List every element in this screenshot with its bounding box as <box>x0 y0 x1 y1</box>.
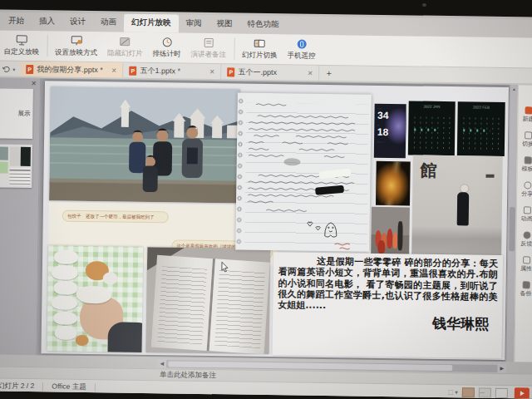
doc-tab-five-1[interactable]: P 五个1.pptx * ✕ <box>123 63 221 80</box>
status-divider <box>95 383 96 392</box>
switch-icon <box>525 131 532 139</box>
tab-special-features[interactable]: 特色功能 <box>239 16 286 35</box>
panel-close-icon[interactable]: ✕ <box>31 80 37 87</box>
new-document-tab-button[interactable]: + <box>319 68 338 78</box>
transition-icon <box>254 37 266 48</box>
tab-animation[interactable]: 动画 <box>93 13 124 32</box>
weather-footer: ····· · <box>374 139 406 144</box>
vertical-scroll-thumb[interactable] <box>509 207 515 251</box>
custom-slideshow-button[interactable]: 自定义放映 <box>0 30 44 61</box>
monitor-icon <box>15 34 27 45</box>
scroll-up-arrow[interactable]: ▲ <box>510 85 518 93</box>
monitor-bezel-dot <box>422 3 426 7</box>
calendar-highlight-row <box>412 129 440 131</box>
visitor-silhouette <box>457 192 470 225</box>
handwritten-notebook-photo[interactable] <box>235 93 372 252</box>
family-photo[interactable] <box>49 86 241 204</box>
thumbnail-title: 展示 <box>17 110 30 118</box>
author-signature: 钱华琳熙 <box>278 312 497 334</box>
sidebar-item-template[interactable]: 模板 <box>522 156 532 173</box>
quick-access: ▾ <box>0 61 20 76</box>
open-book <box>151 255 270 354</box>
close-tab-icon[interactable]: ✕ <box>303 69 313 76</box>
sidebar-item-backup[interactable]: 备份 <box>520 281 531 298</box>
slide-transition-button[interactable]: 幻灯片切换 <box>237 33 283 64</box>
sidebar-item-switch[interactable]: 切换 <box>522 131 532 148</box>
sidebar-item-animation[interactable]: 动画 <box>521 206 532 223</box>
calendar-grid <box>461 116 501 150</box>
cartoon-decoration <box>76 334 89 346</box>
tab-home[interactable]: 开始 <box>1 12 32 32</box>
tab-design[interactable]: 设计 <box>62 13 93 32</box>
doc-tab-label: 五个一.pptx <box>238 66 277 78</box>
animation-icon <box>523 206 530 214</box>
phone-remote-button[interactable]: 手机遥控 <box>282 34 320 65</box>
tab-insert[interactable]: 插入 <box>32 12 62 32</box>
undo-dropdown-caret[interactable]: ▾ <box>12 66 15 71</box>
speech-bubble-dumpling: 包饺子，还放了一个硬币，最后被我吃到了 <box>62 209 169 224</box>
status-divider <box>42 382 43 391</box>
sidebar-item-feedback[interactable]: 反馈 <box>520 231 532 248</box>
feedback-icon <box>523 231 530 239</box>
app-window: 开始 插入 设计 动画 幻灯片放映 审阅 视图 特色功能 自定义放映 设置放映方… <box>0 9 532 398</box>
scroll-left-arrow[interactable]: ◀ <box>157 359 166 368</box>
pen-tool-icon[interactable]: ⬚ ▾ <box>448 389 458 396</box>
hidden-slide-icon <box>119 36 131 47</box>
presentation-file-icon: P <box>227 67 234 76</box>
monitor-gear-icon <box>70 35 82 46</box>
slide-2[interactable]: 包饺子，还放了一个硬币，最后被我吃到了 这个是寒假最喜欢的《绿绿的细节》真的很好… <box>41 81 509 360</box>
setup-slideshow-button[interactable]: 设置放映方式 <box>50 31 102 62</box>
sidebar-item-properties[interactable]: 属性 <box>520 256 532 273</box>
sleeve <box>107 323 143 352</box>
share-paragraph: 这是假期一些零零碎 碎的部分的分享：每天看两篇英语小短文，背背单词，重温很喜欢的… <box>278 255 498 314</box>
doc-tab-holiday-share[interactable]: P 我的假期分享.pptx * ✕ <box>20 62 123 78</box>
close-tab-icon[interactable]: ✕ <box>204 67 215 75</box>
slide-indicator: 幻灯片 2 / 2 <box>0 381 34 392</box>
weather-low: 18 <box>374 126 406 137</box>
doc-tab-label: 我的假期分享.pptx * <box>37 64 103 76</box>
sidebar-item-new[interactable]: 新建 <box>522 106 532 123</box>
undo-icon[interactable] <box>2 65 10 72</box>
button-label: 手机遥控 <box>287 51 315 61</box>
presenter-notes-button[interactable]: 演讲者备注 <box>185 33 231 64</box>
button-label: 幻灯片切换 <box>242 50 278 61</box>
right-collage[interactable]: ···· 34 ·· 18 ····· · 2022 JAN 2022 FEB <box>371 94 505 259</box>
share-text-box[interactable]: 这是假期一些零零碎 碎的部分的分享：每天看两篇英语小短文，背背单词，重温很喜欢的… <box>272 252 503 358</box>
thumb-green-block <box>0 161 8 174</box>
new-icon <box>525 106 532 114</box>
tab-slideshow[interactable]: 幻灯片放映 <box>124 14 179 33</box>
slide-thumbnail-1[interactable]: 展示 <box>0 88 33 139</box>
ribbon-divider <box>234 37 234 59</box>
slide-canvas[interactable]: 包饺子，还放了一个硬币，最后被我吃到了 这个是寒假最喜欢的《绿绿的细节》真的很好… <box>37 78 510 362</box>
scroll-right-arrow[interactable]: ▶ <box>497 364 506 373</box>
share-icon <box>524 181 531 189</box>
close-tab-icon[interactable]: ✕ <box>106 66 117 74</box>
sidebar-label: 动画 <box>521 214 532 223</box>
slide-sorter-view-button[interactable] <box>479 387 491 397</box>
thumb-dark-block <box>21 147 31 166</box>
right-sidebar: 新建 切换 模板 分享 动画 反馈 属性 备份 <box>514 85 532 362</box>
calendar-screenshot-jan: 2022 JAN <box>408 101 456 155</box>
normal-view-button[interactable] <box>462 387 475 397</box>
sidebar-item-share[interactable]: 分享 <box>521 181 532 198</box>
hide-slide-button[interactable]: 隐藏幻灯片 <box>102 32 148 62</box>
golden-light-photo <box>376 160 411 205</box>
tab-review[interactable]: 审阅 <box>178 15 209 34</box>
slide-thumbnail-2[interactable] <box>0 144 32 188</box>
play-slideshow-button[interactable] <box>515 387 530 399</box>
sidebar-label: 备份 <box>520 289 531 298</box>
weather-high: 34 <box>374 110 406 121</box>
doc-tab-five-yi[interactable]: P 五个一.pptx ✕ <box>221 64 319 81</box>
weather-widget-photo: ···· 34 ·· 18 ····· · <box>373 103 406 157</box>
sidebar-label: 属性 <box>520 264 532 273</box>
open-book-photo[interactable] <box>146 247 271 353</box>
slide-thumbnail-panel: ✕ 展示 <box>0 77 41 355</box>
dumpling-photo[interactable] <box>47 246 143 352</box>
rehearse-timing-button[interactable]: 排练计时 <box>147 32 185 63</box>
notes-icon <box>202 37 214 47</box>
tab-view[interactable]: 视图 <box>209 15 239 34</box>
handwriting-scribbles <box>235 93 372 252</box>
sidebar-label: 模板 <box>522 165 532 173</box>
dance-studio-group-photo <box>371 206 410 258</box>
reading-view-button[interactable] <box>495 387 508 397</box>
